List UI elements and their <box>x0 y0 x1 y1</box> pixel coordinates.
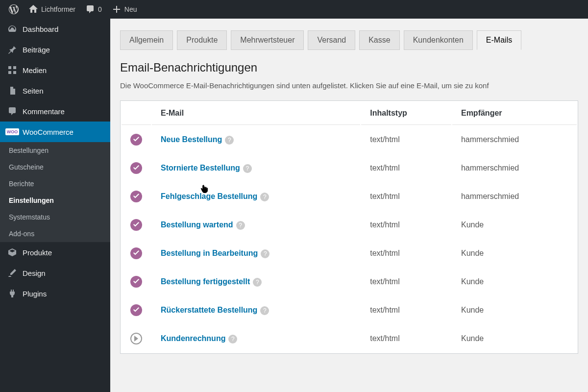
submenu-reports[interactable]: Berichte <box>0 175 110 192</box>
menu-pages[interactable]: Seiten <box>0 80 110 101</box>
brush-icon <box>7 268 18 278</box>
recipient: Kunde <box>452 211 577 239</box>
admin-sidebar: Dashboard Beiträge Medien Seiten Komment… <box>0 19 110 392</box>
tab-checkout[interactable]: Kasse <box>359 30 399 50</box>
submenu-status[interactable]: Systemstatus <box>0 209 110 225</box>
menu-design[interactable]: Design <box>0 263 110 283</box>
status-enabled-icon <box>130 304 142 316</box>
table-row: Stornierte Bestellung?text/htmlhammersch… <box>122 154 577 182</box>
status-enabled-icon <box>130 276 142 288</box>
email-link[interactable]: Neue Bestellung <box>161 135 222 144</box>
main-content: Allgemein Produkte Mehrwertsteuer Versan… <box>110 19 588 392</box>
email-notifications-table: E-Mail Inhaltstyp Empfänger Neue Bestell… <box>120 100 578 354</box>
section-description: Die WooCommerce E-Mail-Benachrichtigunge… <box>120 81 578 90</box>
menu-comments[interactable]: Kommentare <box>0 101 110 122</box>
comments-link[interactable]: 0 <box>80 0 107 19</box>
help-icon[interactable]: ? <box>260 193 269 201</box>
recipient: Kunde <box>452 296 577 324</box>
recipient: Kunde <box>452 240 577 267</box>
pin-icon <box>7 44 18 55</box>
status-enabled-icon <box>130 247 142 259</box>
content-type: text/html <box>361 183 451 210</box>
page-icon <box>7 85 18 96</box>
email-link[interactable]: Stornierte Bestellung <box>161 164 240 172</box>
comment-icon <box>7 106 18 117</box>
new-label: Neu <box>124 5 137 13</box>
media-icon <box>7 65 18 75</box>
content-type: text/html <box>361 268 451 295</box>
home-icon <box>28 4 38 14</box>
tab-accounts[interactable]: Kundenkonten <box>404 30 473 50</box>
email-link[interactable]: Bestellung in Bearbeitung <box>161 249 258 257</box>
email-link[interactable]: Bestellung wartend <box>161 220 233 229</box>
recipient: Kunde <box>452 325 577 352</box>
table-row: Kundenrechnung?text/htmlKunde <box>122 325 577 352</box>
menu-media[interactable]: Medien <box>0 60 110 80</box>
recipient: hammerschmied <box>452 183 577 210</box>
menu-plugins[interactable]: Plugins <box>0 283 110 304</box>
tab-products[interactable]: Produkte <box>177 30 227 50</box>
section-heading: Email-Benachrichtigungen <box>120 61 578 74</box>
status-enabled-icon <box>130 191 142 202</box>
table-row: Neue Bestellung?text/htmlhammerschmied <box>122 126 577 153</box>
table-row: Bestellung wartend?text/htmlKunde <box>122 211 577 239</box>
menu-products[interactable]: Produkte <box>0 242 110 263</box>
wp-logo[interactable] <box>4 0 24 19</box>
col-recipient: Empfänger <box>452 102 577 125</box>
menu-posts[interactable]: Beiträge <box>0 39 110 60</box>
help-icon[interactable]: ? <box>243 164 252 173</box>
recipient: Kunde <box>452 268 577 295</box>
comment-icon <box>85 4 95 14</box>
email-link[interactable]: Fehlgeschlage Bestellung <box>161 192 257 200</box>
col-email: E-Mail <box>152 102 360 125</box>
woocommerce-icon: WOO <box>7 126 18 137</box>
dashboard-icon <box>7 24 18 34</box>
content-type: text/html <box>361 325 451 352</box>
status-enabled-icon <box>130 219 142 231</box>
status-manual-icon <box>130 333 142 344</box>
submenu-addons[interactable]: Add-ons <box>0 225 110 242</box>
status-enabled-icon <box>130 134 142 146</box>
email-link[interactable]: Kundenrechnung <box>161 334 225 343</box>
email-link[interactable]: Bestellung fertiggestellt <box>161 277 250 286</box>
site-home-link[interactable]: Lichtformer <box>24 0 80 19</box>
submenu-settings[interactable]: Einstellungen <box>0 192 110 209</box>
content-type: text/html <box>361 296 451 324</box>
help-icon[interactable]: ? <box>261 249 270 258</box>
status-enabled-icon <box>130 162 142 174</box>
menu-woocommerce[interactable]: WOO WooCommerce <box>0 122 110 142</box>
woocommerce-submenu: Bestellungen Gutscheine Berichte Einstel… <box>0 142 110 242</box>
table-row: Bestellung in Bearbeitung?text/htmlKunde <box>122 240 577 267</box>
help-icon[interactable]: ? <box>228 335 237 343</box>
site-name: Lichtformer <box>41 5 75 13</box>
new-content-link[interactable]: Neu <box>107 0 142 19</box>
recipient: hammerschmied <box>452 154 577 182</box>
content-type: text/html <box>361 211 451 239</box>
tab-general[interactable]: Allgemein <box>120 30 173 50</box>
help-icon[interactable]: ? <box>236 221 245 230</box>
admin-topbar: Lichtformer 0 Neu <box>0 0 588 19</box>
wordpress-icon <box>9 4 19 14</box>
col-content-type: Inhaltstyp <box>361 102 451 125</box>
content-type: text/html <box>361 154 451 182</box>
content-type: text/html <box>361 126 451 153</box>
help-icon[interactable]: ? <box>225 136 234 145</box>
tab-shipping[interactable]: Versand <box>308 30 355 50</box>
submenu-orders[interactable]: Bestellungen <box>0 142 110 159</box>
plugin-icon <box>7 288 18 299</box>
settings-tabs: Allgemein Produkte Mehrwertsteuer Versan… <box>110 19 588 50</box>
help-icon[interactable]: ? <box>253 278 262 287</box>
content-type: text/html <box>361 240 451 267</box>
email-link[interactable]: Rückerstattete Bestellung <box>161 306 257 314</box>
plus-icon <box>112 4 122 14</box>
tab-tax[interactable]: Mehrwertsteuer <box>231 30 304 50</box>
table-row: Rückerstattete Bestellung?text/htmlKunde <box>122 296 577 324</box>
products-icon <box>7 247 18 258</box>
tab-emails[interactable]: E-Mails <box>477 30 521 50</box>
table-row: Bestellung fertiggestellt?text/htmlKunde <box>122 268 577 295</box>
table-row: Fehlgeschlage Bestellung?text/htmlhammer… <box>122 183 577 210</box>
submenu-coupons[interactable]: Gutscheine <box>0 159 110 175</box>
help-icon[interactable]: ? <box>260 306 269 315</box>
menu-dashboard[interactable]: Dashboard <box>0 19 110 39</box>
comments-count: 0 <box>98 5 102 13</box>
